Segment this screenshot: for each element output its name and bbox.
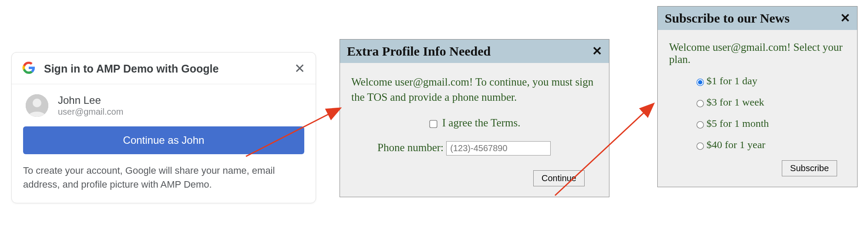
phone-label: Phone number: (377, 142, 446, 153)
plan-radio[interactable] (696, 100, 704, 108)
user-email: user@gmail.com (58, 107, 123, 117)
subscribe-welcome-text: Welcome user@gmail.com! Select your plan… (669, 41, 846, 66)
plan-option[interactable]: $5 for 1 month (695, 118, 846, 129)
google-onetap-card: Sign in to AMP Demo with Google ✕ John L… (11, 52, 316, 203)
terms-row: I agree the Terms. (351, 117, 598, 129)
close-icon[interactable]: ✕ (294, 62, 305, 75)
terms-label-wrap[interactable]: I agree the Terms. (429, 117, 521, 129)
plan-label: $5 for 1 month (707, 118, 769, 129)
continue-as-button[interactable]: Continue as John (23, 126, 304, 154)
dialog-titlebar: Extra Profile Info Needed ✕ (340, 40, 609, 63)
google-card-title: Sign in to AMP Demo with Google (44, 63, 294, 75)
google-disclaimer: To create your account, Google will shar… (23, 164, 304, 192)
plan-label: $3 for 1 week (707, 96, 764, 108)
plans-list: $1 for 1 day $3 for 1 week $5 for 1 mont… (669, 75, 846, 151)
close-icon[interactable]: ✕ (592, 45, 602, 57)
close-icon[interactable]: ✕ (840, 12, 850, 24)
dialog-title: Extra Profile Info Needed (347, 44, 592, 59)
terms-checkbox[interactable] (429, 120, 437, 128)
dialog-title: Subscribe to our News (665, 11, 840, 26)
plan-radio[interactable] (696, 122, 704, 129)
phone-input[interactable] (446, 141, 551, 156)
plan-option[interactable]: $40 for 1 year (695, 139, 846, 151)
plan-option[interactable]: $3 for 1 week (695, 96, 846, 108)
plan-label: $40 for 1 year (707, 139, 765, 150)
google-card-body: John Lee user@gmail.com Continue as John… (12, 84, 316, 203)
dialog-body: Welcome user@gmail.com! To continue, you… (340, 63, 609, 197)
plan-radio[interactable] (696, 79, 704, 86)
plan-option[interactable]: $1 for 1 day (695, 75, 846, 87)
dialog-body: Welcome user@gmail.com! Select your plan… (658, 30, 857, 187)
plan-radio[interactable] (696, 143, 704, 150)
extra-profile-dialog: Extra Profile Info Needed ✕ Welcome user… (340, 39, 609, 197)
plan-label: $1 for 1 day (707, 75, 757, 86)
svg-point-1 (33, 99, 41, 107)
terms-label: I agree the Terms. (442, 117, 521, 129)
avatar (26, 94, 48, 117)
button-row: Subscribe (669, 160, 846, 176)
button-row: Continue (351, 170, 598, 186)
profile-welcome-text: Welcome user@gmail.com! To continue, you… (351, 74, 598, 105)
google-logo-icon (22, 61, 35, 76)
google-card-header: Sign in to AMP Demo with Google ✕ (12, 53, 316, 84)
google-profile-text: John Lee user@gmail.com (58, 94, 123, 117)
continue-button[interactable]: Continue (533, 170, 585, 186)
subscribe-button[interactable]: Subscribe (782, 160, 837, 176)
dialog-titlebar: Subscribe to our News ✕ (658, 7, 857, 30)
user-name: John Lee (58, 94, 123, 107)
phone-row: Phone number: (351, 141, 598, 156)
google-profile-row[interactable]: John Lee user@gmail.com (23, 94, 304, 117)
subscribe-dialog: Subscribe to our News ✕ Welcome user@gma… (657, 6, 858, 187)
